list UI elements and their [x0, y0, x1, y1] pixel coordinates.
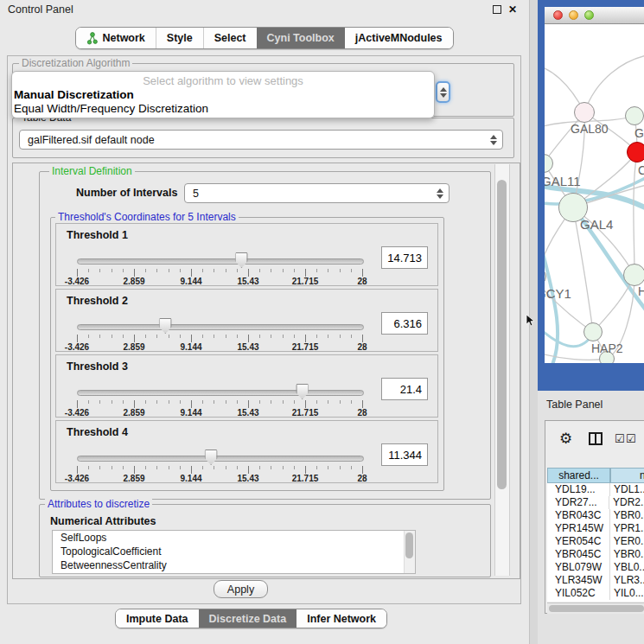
threshold-2-slider[interactable]: -3.426 2.859 9.144 15.43 21.715 28 — [77, 322, 362, 350]
scrollbar-thumb[interactable] — [549, 605, 644, 612]
tab-select[interactable]: Select — [203, 28, 257, 48]
table-horizontal-scrollbar[interactable] — [547, 603, 644, 614]
network-window-titlebar — [545, 7, 644, 24]
list-item[interactable]: BetweennessCentrality — [53, 558, 415, 572]
tab-network[interactable]: Network — [76, 28, 155, 48]
table-body[interactable]: YDL19...YDL1... YDR27...YDR2... YBR043CY… — [547, 483, 644, 602]
tab-jactivemnodules[interactable]: jActiveMNodules — [345, 28, 453, 48]
list-item[interactable]: TopologicalCoefficient — [53, 545, 415, 558]
scrollbar-thumb[interactable] — [497, 180, 507, 489]
node-label-gal4: GAL4 — [580, 217, 613, 232]
algorithm-placeholder-option[interactable]: Select algorithm to view settings — [12, 72, 434, 87]
slider-tick-labels: -3.426 2.859 9.144 15.43 21.715 28 — [77, 408, 362, 418]
spinner-up-icon — [440, 87, 447, 92]
spinner-up-icon — [437, 188, 443, 193]
slider-thumb[interactable] — [205, 450, 218, 465]
node-gal80[interactable] — [574, 102, 595, 123]
slider-track[interactable] — [77, 456, 364, 462]
mouse-cursor — [526, 314, 536, 328]
slider-track[interactable] — [77, 258, 364, 265]
network-view-window: GAL80 G. C GAL11 GAL4 GCY1 H HAP2 — [538, 0, 644, 391]
column-header-shared[interactable]: shared... — [547, 468, 610, 483]
threshold-4-value-field[interactable] — [381, 443, 428, 466]
apply-button[interactable]: Apply — [214, 580, 268, 598]
column-header-name[interactable]: na — [610, 468, 644, 483]
algorithm-combo-spinner[interactable] — [436, 81, 450, 103]
slider-track[interactable] — [77, 390, 364, 396]
node-label-gal11: GAL11 — [545, 174, 581, 188]
mac-minimize-button[interactable] — [569, 10, 578, 20]
network-canvas[interactable]: GAL80 G. C GAL11 GAL4 GCY1 H HAP2 — [545, 24, 644, 363]
tab-cyni-toolbox[interactable]: Cyni Toolbox — [257, 28, 345, 48]
table-row: YDR27...YDR2... — [547, 496, 644, 509]
algorithm-option-manual[interactable]: Manual Discretization — [12, 87, 434, 101]
table-row: YBL079WYBL0... — [547, 561, 644, 574]
list-vertical-scrollbar[interactable] — [404, 531, 415, 573]
slider-track[interactable] — [77, 324, 364, 330]
mac-zoom-button[interactable] — [584, 10, 594, 20]
algorithm-option-equal-width[interactable]: Equal Width/Frequency Discretization — [12, 101, 434, 115]
node-label-g: G. — [634, 126, 644, 140]
slider-ticks — [77, 269, 362, 277]
checkbox-icon[interactable]: ☑ — [615, 432, 625, 445]
scrollbar-thumb[interactable] — [405, 532, 413, 558]
tab-discretize-data[interactable]: Discretize Data — [199, 609, 297, 628]
algorithm-dropdown-popup: Select algorithm to view settings Manual… — [11, 71, 435, 118]
spinner-up-icon — [490, 135, 497, 139]
threshold-3-slider[interactable]: -3.426 2.859 9.144 15.43 21.715 28 — [77, 388, 362, 416]
node-label-c: C — [638, 163, 644, 177]
slider-thumb[interactable] — [159, 318, 172, 334]
node-right-mid[interactable] — [623, 264, 644, 286]
tab-impute-data[interactable]: Impute Data — [116, 609, 199, 628]
table-header-row: shared... na — [547, 468, 644, 483]
checkbox-icon[interactable]: ☑ — [626, 432, 636, 445]
slider-thumb[interactable] — [296, 384, 309, 399]
node-red-selected[interactable] — [627, 142, 644, 163]
threshold-1-panel: Threshold 1 -3.426 2.859 9.144 15.43 21.… — [55, 223, 438, 286]
threshold-4-slider[interactable]: -3.426 2.859 9.144 15.43 21.715 28 — [77, 454, 362, 481]
thresholds-group-title: Threshold's Coordinates for 5 Intervals — [55, 211, 239, 223]
column-split-icon[interactable] — [589, 432, 603, 445]
node-label-gal80: GAL80 — [571, 122, 609, 136]
numerical-attributes-list[interactable]: SelfLoops TopologicalCoefficient Between… — [52, 530, 416, 574]
tab-infer-network[interactable]: Infer Network — [296, 609, 386, 628]
threshold-1-slider[interactable]: -3.426 2.859 9.144 15.43 21.715 28 — [77, 257, 362, 284]
node-top-right[interactable] — [625, 106, 644, 125]
table-data-combo-value: galFiltered.sif default node — [28, 134, 155, 146]
settings-vertical-scrollbar[interactable] — [494, 164, 510, 576]
table-row: YLR345WYLR3... — [547, 574, 644, 587]
table-row: YER054CYER0... — [547, 535, 644, 548]
gear-icon[interactable]: ⚙ — [559, 430, 572, 448]
control-panel-titlebar: Control Panel ✕ — [0, 0, 529, 19]
table-row: YPR145WYPR1... — [547, 522, 644, 535]
mac-close-button[interactable] — [553, 10, 563, 20]
close-icon[interactable]: ✕ — [508, 4, 517, 15]
node-table-panel: ⚙ ☑ ☑ shared... na YDL19...YDL1... YDR27… — [545, 420, 644, 614]
threshold-1-value-field[interactable] — [381, 246, 428, 269]
node-label-hap2: HAP2 — [591, 341, 623, 355]
spinner-down-icon — [490, 141, 497, 145]
list-item[interactable]: SelfLoops — [53, 531, 415, 545]
number-of-intervals-combo[interactable]: 5 — [184, 183, 450, 203]
threshold-3-panel: Threshold 3 -3.426 2.859 9.144 15.43 21.… — [55, 354, 438, 418]
float-window-icon[interactable] — [493, 5, 501, 14]
threshold-1-label: Threshold 1 — [67, 229, 128, 241]
threshold-4-label: Threshold 4 — [67, 426, 128, 438]
slider-ticks — [77, 335, 362, 342]
table-data-combo[interactable]: galFiltered.sif default node — [19, 130, 503, 150]
threshold-2-value-field[interactable] — [381, 312, 428, 335]
table-row: YBR045CYBR0... — [547, 548, 644, 561]
slider-thumb[interactable] — [235, 252, 248, 268]
control-panel-window: Control Panel ✕ Network — [0, 0, 530, 644]
slider-tick-labels: -3.426 2.859 9.144 15.43 21.715 28 — [77, 277, 362, 287]
node-label-h: H — [638, 284, 644, 298]
tab-style[interactable]: Style — [156, 28, 203, 48]
threshold-3-value-field[interactable] — [381, 378, 428, 400]
spinner-down-icon — [437, 194, 443, 199]
screen: Control Panel ✕ Network — [0, 0, 644, 644]
table-row: YBR043CYBR0... — [547, 509, 644, 522]
node-hap2[interactable] — [583, 322, 603, 341]
slider-tick-labels: -3.426 2.859 9.144 15.43 21.715 28 — [77, 474, 362, 484]
node-label-gcy1: GCY1 — [545, 286, 571, 301]
threshold-3-label: Threshold 3 — [67, 360, 128, 373]
